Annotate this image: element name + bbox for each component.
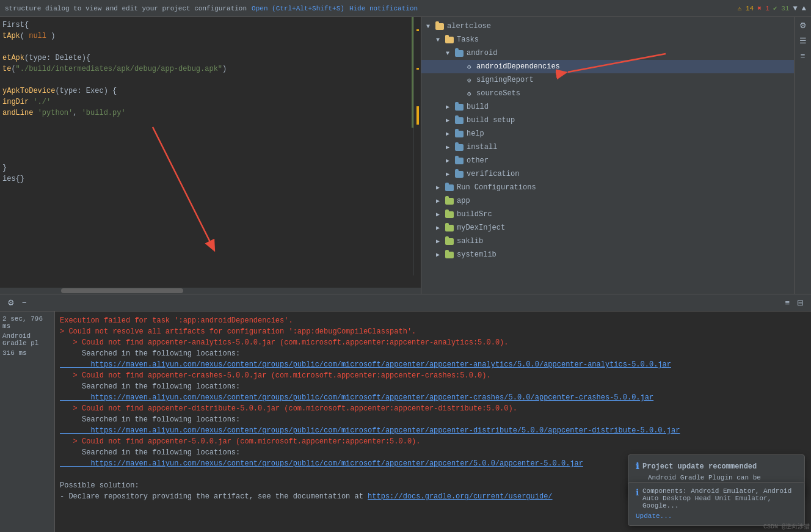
expand-arrow: ▶ xyxy=(436,184,445,191)
expand-collapse-icon[interactable]: ▼ ▲ xyxy=(793,4,806,13)
collapse-button[interactable]: ≡ xyxy=(798,50,808,62)
notification-title-text: Project update recommended xyxy=(642,462,757,471)
log-line-1: Execution failed for task ':app:androidD… xyxy=(60,315,806,326)
update-link[interactable]: Update... xyxy=(636,512,672,520)
gutter-warning-2 xyxy=(416,68,419,70)
tree-item-verification[interactable]: ▶ verification xyxy=(421,167,811,181)
log-line-4: Searched in the following locations: xyxy=(60,348,806,359)
tree-label: sourceSets xyxy=(476,89,520,98)
code-line: } xyxy=(0,162,421,173)
folder-gradle-icon xyxy=(445,250,454,260)
time-entry-2: 316 ms xyxy=(2,348,52,358)
log-line-7: Searched in the following locations: xyxy=(60,381,806,392)
task-label: Android Gradle pl xyxy=(2,331,52,348)
code-line: etApk(type: Delete){ xyxy=(0,53,421,64)
log-line-6: > Could not find appcenter-crashes-5.0.0… xyxy=(60,370,806,381)
error-badge: ✖ 1 xyxy=(757,4,769,13)
tree-item-app[interactable]: ▶ app xyxy=(421,194,811,208)
settings-button[interactable]: ⚙ xyxy=(797,20,809,31)
tree-item-android[interactable]: ▼ android xyxy=(421,46,811,60)
gear-icon: ⚙ xyxy=(464,62,474,71)
log-line-9: > Could not find appcenter-distribute-5.… xyxy=(60,403,806,414)
tree-label: myDexInject xyxy=(457,224,505,232)
expand-arrow: ▶ xyxy=(446,144,454,151)
folder-gradle-icon xyxy=(445,196,454,206)
folder-blue-icon xyxy=(454,142,464,152)
editor-gutter xyxy=(413,17,421,275)
log-line-11[interactable]: https://maven.aliyun.com/nexus/content/g… xyxy=(60,425,806,436)
expand-arrow: ▼ xyxy=(426,23,435,30)
gutter-warning-1 xyxy=(416,29,419,31)
ok-badge: ✔ 31 xyxy=(773,4,789,13)
main-area: First{ tApk( null ) etApk(type: Delete){… xyxy=(0,17,811,294)
tree-label: saklib xyxy=(457,237,483,246)
filter2-toolbar-btn[interactable]: ⊟ xyxy=(795,297,806,308)
gutter-warning-3 xyxy=(416,106,419,125)
folder-blue-icon xyxy=(454,156,464,166)
horizontal-scrollbar[interactable] xyxy=(0,288,421,294)
tree-label: androidDependencies xyxy=(476,62,560,71)
expand-button[interactable]: ☰ xyxy=(797,35,809,46)
gear-icon: ⚙ xyxy=(464,75,474,85)
bottom-toolbar: ⚙ − ≡ ⊟ xyxy=(0,294,811,312)
top-notification-bar: structure dialog to view and edit your p… xyxy=(0,0,811,17)
code-line: andLine 'python', 'build.py' xyxy=(0,107,421,118)
notification-body-text: Android Gradle Plugin can be xyxy=(648,474,761,481)
tree-item-other[interactable]: ▶ other xyxy=(421,154,811,167)
tree-item-myDexInject[interactable]: ▶ myDexInject xyxy=(421,221,811,235)
expand-arrow: ▶ xyxy=(436,211,445,218)
tree-item-build-setup[interactable]: ▶ build setup xyxy=(421,114,811,127)
expand-arrow: ▶ xyxy=(446,170,454,178)
tree-label: buildSrc xyxy=(457,210,492,219)
tree-item-install[interactable]: ▶ install xyxy=(421,140,811,154)
log-line-5[interactable]: https://maven.aliyun.com/nexus/content/g… xyxy=(60,359,806,370)
tree-item-help[interactable]: ▶ help xyxy=(421,127,811,140)
open-link[interactable]: Open (Ctrl+Alt+Shift+S) xyxy=(252,5,344,12)
log-line-12: > Could not find appcenter-5.0.0.jar (co… xyxy=(60,436,806,447)
folder-blue-icon xyxy=(445,183,454,192)
tree-label: build setup xyxy=(467,116,515,125)
time-entry-1: 2 sec, 796 ms xyxy=(2,314,52,331)
tree-item-sourceSets[interactable]: ▶ ⚙ sourceSets xyxy=(421,87,811,100)
hide-link[interactable]: Hide notification xyxy=(349,5,418,12)
log-line-8[interactable]: https://maven.aliyun.com/nexus/content/g… xyxy=(60,392,806,403)
code-line xyxy=(0,75,421,86)
tree-item-buildSrc[interactable]: ▶ buildSrc xyxy=(421,208,811,221)
scrollbar-thumb[interactable] xyxy=(61,288,183,293)
expand-arrow: ▶ xyxy=(436,224,445,231)
folder-gradle-icon xyxy=(445,223,454,233)
tree-label: verification xyxy=(467,170,519,178)
components-update: Update... xyxy=(636,512,797,520)
time-value-2: 316 ms xyxy=(2,349,27,357)
tree-item-tasks[interactable]: ▼ Tasks xyxy=(421,33,811,46)
tree-item-alertclose[interactable]: ▼ alertclose xyxy=(421,20,811,33)
folder-blue-icon xyxy=(454,169,464,179)
docs-link[interactable]: https://docs.gradle.org/current/userguid… xyxy=(368,492,552,501)
code-line xyxy=(0,151,421,162)
green-indicator xyxy=(412,17,413,128)
settings-toolbar-btn[interactable]: ⚙ xyxy=(5,297,17,308)
code-editor[interactable]: First{ tApk( null ) etApk(type: Delete){… xyxy=(0,17,421,294)
minus-toolbar-btn[interactable]: − xyxy=(20,297,29,308)
components-popup: ℹ Components: Android Emulator, Android … xyxy=(628,482,805,526)
tree-item-saklib[interactable]: ▶ saklib xyxy=(421,235,811,248)
components-title: ℹ Components: Android Emulator, Android … xyxy=(636,487,797,509)
code-line: ies{} xyxy=(0,173,421,184)
folder-gradle-icon xyxy=(445,210,454,219)
tree-item-run-configurations[interactable]: ▶ Run Configurations xyxy=(421,181,811,194)
tree-item-androidDependencies[interactable]: ▶ ⚙ androidDependencies xyxy=(421,60,811,73)
filter-toolbar-btn[interactable]: ≡ xyxy=(782,297,792,308)
tree-item-build[interactable]: ▶ build xyxy=(421,100,811,114)
notification-text: structure dialog to view and edit your p… xyxy=(5,5,247,12)
code-line xyxy=(0,140,421,151)
tree-item-systemlib[interactable]: ▶ systemlib xyxy=(421,248,811,261)
log-line-3: > Could not find appcenter-analytics-5.0… xyxy=(60,337,806,348)
tree-label: Tasks xyxy=(457,35,479,44)
tree-item-signingReport[interactable]: ▶ ⚙ signingReport xyxy=(421,73,811,87)
warning-badge: ⚠ 14 xyxy=(738,4,754,13)
code-line xyxy=(0,118,421,129)
tree-label: Run Configurations xyxy=(457,183,536,192)
tree-right-toolbar: ⚙ ☰ ≡ xyxy=(794,17,811,294)
tree-label: android xyxy=(467,49,497,57)
tree-label: alertclose xyxy=(447,22,491,31)
